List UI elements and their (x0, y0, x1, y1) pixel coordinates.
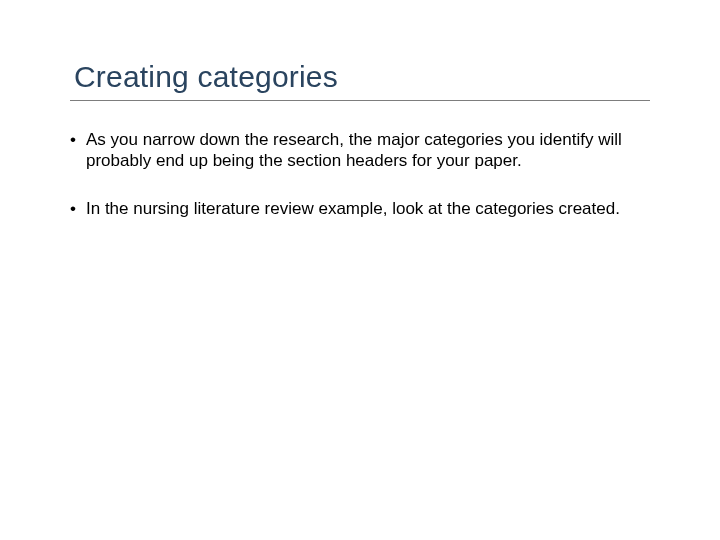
bullet-item: In the nursing literature review example… (70, 198, 650, 219)
bullet-list: As you narrow down the research, the maj… (70, 129, 650, 219)
bullet-item: As you narrow down the research, the maj… (70, 129, 650, 172)
slide: Creating categories As you narrow down t… (0, 0, 720, 540)
slide-title: Creating categories (74, 60, 650, 94)
title-divider (70, 100, 650, 101)
